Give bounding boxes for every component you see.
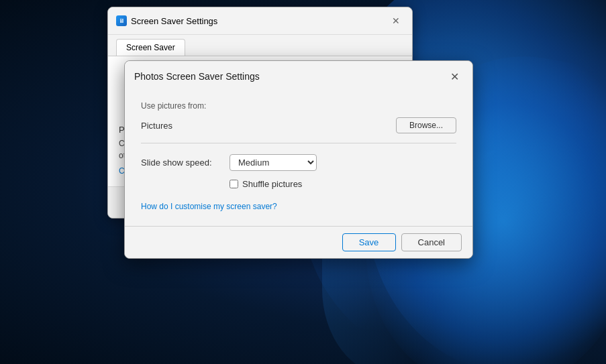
outer-window-title: Screen Saver Settings — [131, 16, 217, 26]
browse-button[interactable]: Browse... — [396, 117, 456, 133]
outer-titlebar: 🖥 Screen Saver Settings ✕ — [108, 7, 412, 35]
save-button[interactable]: Save — [342, 233, 396, 251]
use-pictures-row: Pictures Browse... — [141, 117, 456, 143]
shuffle-row: Shuffle pictures — [230, 179, 456, 189]
window-icon: 🖥 — [116, 15, 127, 26]
slideshow-speed-row: Slide show speed: Slow Medium Fast — [141, 154, 456, 171]
photos-screen-saver-dialog: Photos Screen Saver Settings ✕ Use pictu… — [124, 60, 473, 259]
inner-close-button[interactable]: ✕ — [446, 68, 463, 85]
pictures-label: Pictures — [141, 121, 172, 131]
slideshow-speed-label: Slide show speed: — [141, 158, 221, 168]
use-pictures-label: Use pictures from: — [141, 101, 456, 111]
outer-close-button[interactable]: ✕ — [388, 13, 404, 29]
outer-titlebar-left: 🖥 Screen Saver Settings — [116, 15, 217, 26]
help-link[interactable]: How do I customise my screen saver? — [141, 202, 277, 211]
tab-bar: Screen Saver — [108, 35, 412, 56]
inner-dialog-body: Use pictures from: Pictures Browse... Sl… — [125, 90, 472, 226]
shuffle-checkbox[interactable] — [230, 180, 238, 188]
screen-saver-tab[interactable]: Screen Saver — [116, 39, 185, 56]
inner-dialog-footer: Save Cancel — [125, 226, 472, 258]
speed-select[interactable]: Slow Medium Fast — [230, 154, 317, 171]
inner-titlebar: Photos Screen Saver Settings ✕ — [125, 61, 472, 90]
cancel-button[interactable]: Cancel — [401, 233, 462, 251]
inner-dialog-title: Photos Screen Saver Settings — [134, 71, 260, 82]
shuffle-label: Shuffle pictures — [242, 179, 302, 189]
